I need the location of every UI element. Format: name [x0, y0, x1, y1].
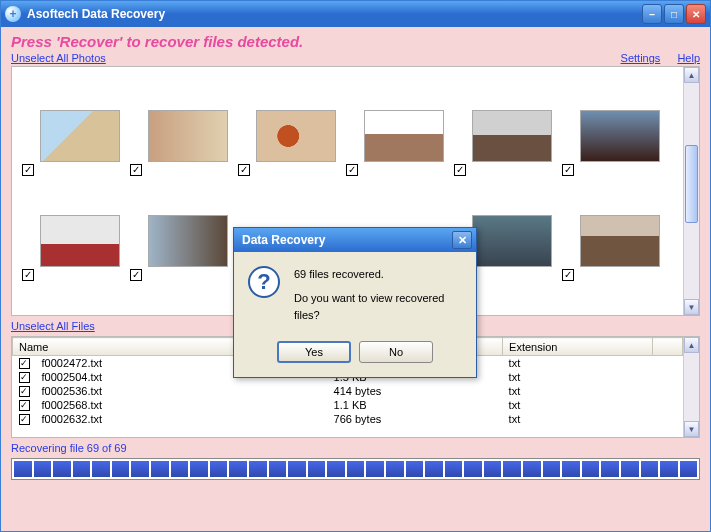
thumb-cell[interactable]: ✓	[340, 75, 448, 180]
thumb-cell[interactable]: ✓	[556, 75, 664, 180]
scroll-down-icon[interactable]: ▼	[684, 299, 699, 315]
thumb-cell[interactable]: ✓	[448, 75, 556, 180]
thumbnail-image[interactable]	[40, 215, 120, 267]
file-scrollbar[interactable]: ▲ ▼	[683, 337, 699, 437]
table-row[interactable]: ✓f0002632.txt766 bytestxt	[13, 412, 683, 426]
thumb-cell[interactable]: ✓	[232, 75, 340, 180]
dialog-body: ? 69 files recovered. Do you want to vie…	[234, 252, 476, 377]
linkbar-top: Unselect All Photos Settings Help	[11, 52, 700, 64]
thumb-checkbox[interactable]: ✓	[22, 269, 34, 281]
thumbnail-image[interactable]	[472, 110, 552, 162]
progress-segment	[151, 461, 169, 477]
thumb-cell[interactable]: ✓	[16, 75, 124, 180]
file-checkbox[interactable]: ✓	[19, 358, 30, 369]
progress-segment	[641, 461, 659, 477]
file-scroll-up-icon[interactable]: ▲	[684, 337, 699, 353]
thumb-cell[interactable]	[16, 285, 124, 315]
file-scroll-track[interactable]	[684, 353, 699, 421]
progress-segment	[327, 461, 345, 477]
thumbnail-image[interactable]	[364, 110, 444, 162]
table-row[interactable]: ✓f0002568.txt1.1 KBtxt	[13, 398, 683, 412]
progress-segment	[406, 461, 424, 477]
progress-segment	[621, 461, 639, 477]
thumb-checkbox[interactable]: ✓	[22, 164, 34, 176]
thumb-cell[interactable]: ✓	[124, 180, 232, 285]
thumb-checkbox[interactable]: ✓	[562, 269, 574, 281]
progress-segment	[229, 461, 247, 477]
dialog-title: Data Recovery	[242, 233, 325, 247]
file-ext: txt	[503, 398, 653, 412]
file-ext: txt	[503, 356, 653, 371]
file-size: 1.1 KB	[328, 398, 503, 412]
progress-segment	[269, 461, 287, 477]
file-scroll-down-icon[interactable]: ▼	[684, 421, 699, 437]
file-checkbox[interactable]: ✓	[19, 400, 30, 411]
dialog-close-button[interactable]: ✕	[452, 231, 472, 249]
progress-segment	[503, 461, 521, 477]
file-size: 414 bytes	[328, 384, 503, 398]
file-checkbox[interactable]: ✓	[19, 386, 30, 397]
photo-scrollbar[interactable]: ▲ ▼	[683, 67, 699, 315]
progress-segment	[53, 461, 71, 477]
thumb-checkbox[interactable]: ✓	[238, 164, 250, 176]
progress-segment	[190, 461, 208, 477]
file-checkbox[interactable]: ✓	[19, 372, 30, 383]
table-row[interactable]: ✓f0002536.txt414 bytestxt	[13, 384, 683, 398]
close-button[interactable]: ✕	[686, 4, 706, 24]
thumbnail-image[interactable]	[148, 110, 228, 162]
progress-segment	[425, 461, 443, 477]
scroll-up-icon[interactable]: ▲	[684, 67, 699, 83]
question-icon: ?	[248, 266, 280, 298]
progress-segment	[543, 461, 561, 477]
thumb-cell[interactable]: ✓	[556, 180, 664, 285]
file-checkbox[interactable]: ✓	[19, 414, 30, 425]
yes-button[interactable]: Yes	[277, 341, 351, 363]
scroll-thumb[interactable]	[685, 145, 698, 223]
thumb-checkbox[interactable]: ✓	[130, 269, 142, 281]
progress-segment	[660, 461, 678, 477]
thumbnail-image[interactable]	[256, 110, 336, 162]
thumb-cell[interactable]: ✓	[16, 180, 124, 285]
file-name: f0002536.txt	[36, 384, 328, 398]
no-button[interactable]: No	[359, 341, 433, 363]
progress-segment	[680, 461, 698, 477]
thumb-checkbox[interactable]: ✓	[454, 164, 466, 176]
settings-link[interactable]: Settings	[621, 52, 661, 64]
progress-segment	[582, 461, 600, 477]
maximize-button[interactable]: □	[664, 4, 684, 24]
thumbnail-image[interactable]	[472, 215, 552, 267]
app-icon: +	[5, 6, 21, 22]
progress-segment	[308, 461, 326, 477]
window-title: Asoftech Data Recovery	[27, 7, 165, 21]
thumbnail-image[interactable]	[148, 215, 228, 267]
file-ext: txt	[503, 412, 653, 426]
progress-segment	[523, 461, 541, 477]
column-header[interactable]	[653, 338, 683, 356]
minimize-button[interactable]: –	[642, 4, 662, 24]
progress-segment	[464, 461, 482, 477]
thumb-checkbox[interactable]: ✓	[562, 164, 574, 176]
thumbnail-image[interactable]	[580, 110, 660, 162]
progress-segment	[34, 461, 52, 477]
thumb-checkbox[interactable]: ✓	[130, 164, 142, 176]
progress-segment	[601, 461, 619, 477]
column-header[interactable]: Extension	[503, 338, 653, 356]
instruction-text: Press 'Recover' to recover files detecte…	[11, 33, 700, 50]
progress-segment	[484, 461, 502, 477]
dialog-line1: 69 files recovered.	[294, 266, 462, 284]
file-name: f0002632.txt	[36, 412, 328, 426]
progress-segment	[73, 461, 91, 477]
scroll-track[interactable]	[684, 83, 699, 299]
progress-segment	[14, 461, 32, 477]
progress-segment	[249, 461, 267, 477]
progress-segment	[171, 461, 189, 477]
progress-segment	[366, 461, 384, 477]
thumbnail-image[interactable]	[40, 110, 120, 162]
thumb-cell[interactable]: ✓	[124, 75, 232, 180]
progress-segment	[445, 461, 463, 477]
help-link[interactable]: Help	[677, 52, 700, 64]
progress-segment	[92, 461, 110, 477]
thumb-checkbox[interactable]: ✓	[346, 164, 358, 176]
thumbnail-image[interactable]	[580, 215, 660, 267]
unselect-all-photos-link[interactable]: Unselect All Photos	[11, 52, 106, 64]
